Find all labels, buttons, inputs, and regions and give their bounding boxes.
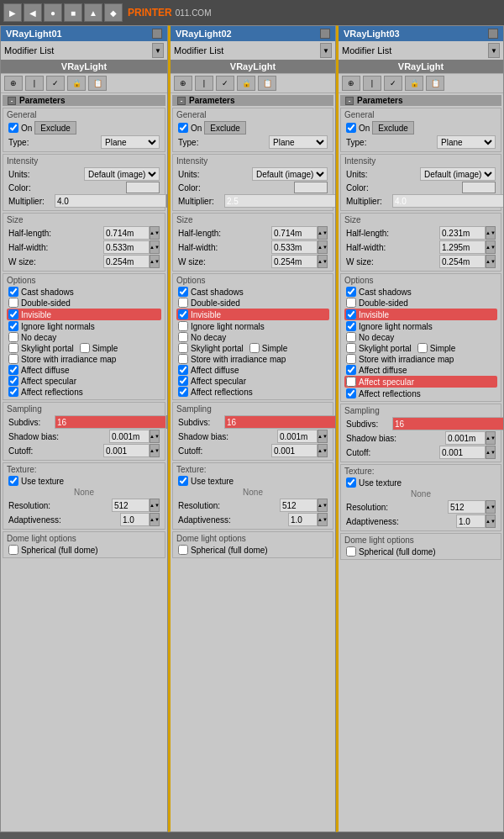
tb-btn-3b[interactable]: | (363, 76, 381, 91)
toolbar-icon-4[interactable]: ■ (64, 3, 82, 22)
adapt-spinner-2[interactable]: ▲▼ (318, 513, 328, 526)
tb-btn-2d[interactable]: 🔒 (237, 76, 255, 91)
multiplier-input-1[interactable] (55, 194, 166, 208)
storeirr-cb-3[interactable] (346, 354, 356, 364)
subdivs-input-3[interactable] (392, 417, 503, 430)
affectdiffuse-cb-1[interactable] (8, 365, 18, 375)
doublesided-cb-1[interactable] (8, 298, 18, 308)
multiplier-input-2[interactable] (224, 194, 335, 208)
usetexture-cb-3[interactable] (346, 478, 356, 488)
ignorenormals-cb-2[interactable] (178, 321, 188, 331)
halfwidth-input-3[interactable] (439, 240, 486, 254)
nodecay-cb-3[interactable] (346, 332, 356, 342)
nodecay-cb-2[interactable] (178, 332, 188, 342)
toolbar-icon-1[interactable]: ▶ (3, 3, 22, 22)
subdivs-input-1[interactable] (55, 415, 166, 429)
shadowbias-input-3[interactable] (445, 431, 486, 445)
invisible-cb-1[interactable] (8, 309, 18, 319)
cutoff-spinner-1[interactable]: ▲▼ (150, 444, 160, 457)
tb-btn-3c[interactable]: ✓ (384, 76, 402, 91)
tb-btn-2c[interactable]: ✓ (216, 76, 234, 91)
panel-1-close-btn[interactable] (152, 29, 162, 39)
halflength-input-1[interactable] (103, 226, 150, 240)
storeirr-cb-2[interactable] (178, 354, 188, 364)
affectdiffuse-cb-3[interactable] (346, 365, 356, 375)
invisible-cb-3[interactable] (346, 309, 356, 319)
ignorenormals-cb-1[interactable] (8, 321, 18, 331)
doublesided-cb-3[interactable] (346, 298, 356, 308)
halflength-spinner-2[interactable]: ▲▼ (318, 226, 328, 240)
resolution-spinner-2[interactable]: ▲▼ (318, 499, 328, 512)
shadowbias-spinner-3[interactable]: ▲▼ (486, 431, 496, 445)
halflength-input-2[interactable] (271, 226, 318, 240)
tb-btn-1a[interactable]: ⊕ (4, 76, 23, 91)
resolution-input-1[interactable] (112, 499, 150, 512)
tb-btn-3e[interactable]: 📋 (426, 76, 444, 91)
halfwidth-input-1[interactable] (103, 240, 150, 254)
shadowbias-spinner-1[interactable]: ▲▼ (150, 430, 160, 443)
on-checkbox-3[interactable] (346, 123, 356, 133)
affectreflections-cb-3[interactable] (346, 388, 356, 398)
modifier-dropdown-1[interactable]: ▼ (152, 43, 164, 58)
units-select-3[interactable]: Default (image) (420, 167, 496, 181)
multiplier-input-3[interactable] (392, 194, 503, 208)
cutoff-input-2[interactable] (271, 444, 318, 457)
resolution-spinner-1[interactable]: ▲▼ (150, 499, 160, 512)
skylight-cb-3[interactable] (346, 343, 356, 353)
castshadows-cb-3[interactable] (346, 287, 356, 297)
adapt-input-1[interactable] (120, 513, 150, 526)
halflength-input-3[interactable] (439, 226, 486, 240)
subdivs-input-2[interactable] (224, 415, 335, 429)
halfwidth-spinner-3[interactable]: ▲▼ (486, 240, 496, 254)
resolution-input-3[interactable] (448, 500, 486, 514)
tb-btn-3a[interactable]: ⊕ (342, 76, 360, 91)
shadowbias-input-2[interactable] (277, 430, 318, 443)
tb-btn-2b[interactable]: | (195, 76, 213, 91)
resolution-input-2[interactable] (280, 499, 318, 512)
tb-btn-1c[interactable]: ✓ (46, 76, 65, 91)
panel-3-close-btn[interactable] (488, 29, 498, 39)
halfwidth-input-2[interactable] (271, 240, 318, 254)
params-collapse-2[interactable]: - (177, 97, 186, 105)
tb-btn-2e[interactable]: 📋 (258, 76, 276, 91)
on-checkbox-1[interactable] (8, 123, 18, 133)
wsize-spinner-3[interactable]: ▲▼ (486, 255, 496, 268)
color-swatch-2[interactable] (294, 182, 328, 193)
units-select-2[interactable]: Default (image) (252, 167, 328, 181)
cutoff-spinner-3[interactable]: ▲▼ (486, 446, 496, 459)
panel-2-close-btn[interactable] (320, 29, 330, 39)
spherical-cb-1[interactable] (8, 545, 18, 555)
toolbar-icon-2[interactable]: ◀ (24, 3, 42, 22)
exclude-btn-2[interactable]: Exclude (204, 121, 246, 135)
color-swatch-1[interactable] (126, 182, 160, 193)
affectreflections-cb-2[interactable] (178, 387, 188, 397)
affectreflections-cb-1[interactable] (8, 387, 18, 397)
toolbar-icon-5[interactable]: ▲ (84, 3, 102, 22)
affectspecular-cb-3[interactable] (346, 377, 356, 387)
skylight-cb-1[interactable] (8, 343, 18, 353)
wsize-input-2[interactable] (271, 255, 318, 268)
shadowbias-spinner-2[interactable]: ▲▼ (318, 430, 328, 443)
tb-btn-2a[interactable]: ⊕ (174, 76, 192, 91)
storeirr-cb-1[interactable] (8, 354, 18, 364)
invisible-cb-2[interactable] (178, 309, 188, 319)
adapt-input-3[interactable] (456, 514, 486, 528)
tb-btn-1b[interactable]: | (25, 76, 44, 91)
usetexture-cb-2[interactable] (178, 476, 188, 486)
modifier-dropdown-2[interactable]: ▼ (320, 43, 332, 58)
simple-cb-3[interactable] (417, 343, 428, 353)
adapt-input-2[interactable] (288, 513, 318, 526)
tb-btn-1e[interactable]: 📋 (88, 76, 107, 91)
simple-cb-2[interactable] (249, 343, 260, 353)
affectdiffuse-cb-2[interactable] (178, 365, 188, 375)
halfwidth-spinner-1[interactable]: ▲▼ (150, 240, 160, 254)
type-select-3[interactable]: Plane (437, 135, 496, 149)
usetexture-cb-1[interactable] (8, 476, 18, 486)
wsize-input-1[interactable] (103, 255, 150, 268)
wsize-input-3[interactable] (439, 255, 486, 268)
skylight-cb-2[interactable] (178, 343, 188, 353)
halflength-spinner-3[interactable]: ▲▼ (486, 226, 496, 240)
resolution-spinner-3[interactable]: ▲▼ (486, 500, 496, 514)
simple-cb-1[interactable] (80, 343, 90, 353)
halfwidth-spinner-2[interactable]: ▲▼ (318, 240, 328, 254)
